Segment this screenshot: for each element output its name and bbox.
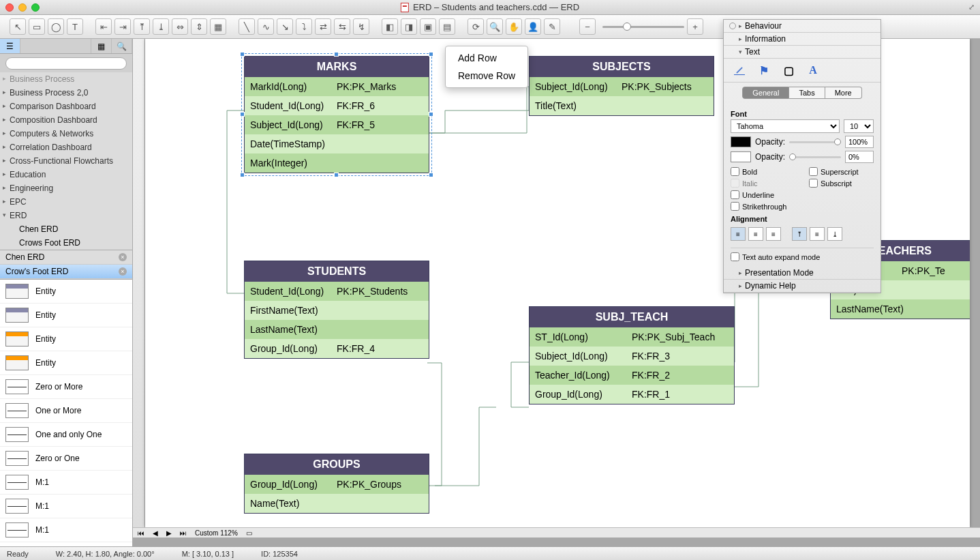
bg-color-swatch[interactable]: [731, 151, 751, 162]
fill-icon[interactable]: ▢: [780, 63, 797, 78]
inspector-section-presentation[interactable]: ▸Presentation Mode: [724, 267, 881, 280]
inspector-section-dynamic-help[interactable]: ▸Dynamic Help: [724, 280, 881, 293]
scroll-first-icon[interactable]: ⏮: [136, 529, 147, 537]
stencil-item[interactable]: Entity: [0, 327, 132, 351]
selection-handle[interactable]: [429, 112, 433, 117]
opacity-slider-line[interactable]: [789, 156, 841, 158]
connector-tool-1[interactable]: ↘: [277, 18, 293, 35]
hand-tool[interactable]: ✋: [506, 18, 522, 35]
font-select[interactable]: Tahoma: [731, 119, 840, 133]
align-tool-4[interactable]: ⤓: [153, 18, 169, 35]
zoom-in-button[interactable]: +: [687, 18, 703, 35]
table-row[interactable]: Subject_Id(Long)FK:FR_3: [530, 347, 734, 366]
table-row[interactable]: MarkId(Long)PK:PK_Marks: [245, 77, 429, 96]
zoom-slider[interactable]: [602, 26, 684, 28]
inspector-section-information[interactable]: ▸Information: [724, 33, 881, 46]
opacity-value-line[interactable]: [845, 151, 874, 163]
valign-middle-button[interactable]: ≡: [810, 227, 825, 241]
selection-handle[interactable]: [334, 173, 339, 177]
align-tool-1[interactable]: ⇤: [95, 18, 112, 35]
align-tool-3[interactable]: ⤒: [134, 18, 150, 35]
table-row[interactable]: Group_Id(Long)FK:FR_1: [530, 385, 734, 404]
table-row[interactable]: LastName(Text): [831, 299, 970, 319]
horizontal-scrollbar[interactable]: ⏮ ◀ ▶ ⏭ Custom 112% ▭: [133, 527, 980, 537]
font-size-select[interactable]: 10: [844, 119, 874, 133]
context-menu-add-row[interactable]: Add Row: [446, 49, 527, 67]
table-row[interactable]: ST_Id(Long)PK:PK_Subj_Teach: [530, 327, 734, 347]
superscript-checkbox[interactable]: [809, 167, 818, 176]
erd-table-subjects[interactable]: SUBJECTS Subject_Id(Long)PK:PK_Subjects …: [529, 56, 714, 116]
inspector-tab-general[interactable]: General: [742, 87, 789, 99]
erd-table-marks[interactable]: MARKS MarkId(Long)PK:PK_Marks Student_Id…: [244, 56, 429, 173]
ellipse-tool[interactable]: ◯: [48, 18, 64, 35]
rect-tool[interactable]: ▭: [29, 18, 45, 35]
person-tool[interactable]: 👤: [525, 18, 541, 35]
inspector-tab-tabs[interactable]: Tabs: [789, 87, 825, 99]
zoom-tool[interactable]: 🔍: [487, 18, 503, 35]
scroll-last-icon[interactable]: ⏭: [178, 529, 189, 537]
table-row[interactable]: Name(Text): [245, 494, 429, 513]
ruler-toggle-icon[interactable]: ▭: [244, 529, 254, 537]
open-doc-crowsfoot[interactable]: Crow's Foot ERD ×: [0, 265, 132, 279]
scroll-next-icon[interactable]: ▶: [164, 529, 174, 537]
layer-tool-1[interactable]: ◧: [382, 18, 398, 35]
stencil-item[interactable]: Zero or One: [0, 447, 132, 471]
table-row[interactable]: Title(Text): [530, 96, 714, 115]
connector-tool-3[interactable]: ⇄: [315, 18, 331, 35]
inspector-section-text[interactable]: ▾Text: [724, 46, 881, 59]
distribute-tool[interactable]: ▦: [210, 18, 226, 35]
underline-style-icon[interactable]: ⟋: [731, 63, 748, 78]
highlight-icon[interactable]: ⚑: [755, 63, 773, 78]
selection-handle[interactable]: [240, 52, 245, 57]
pointer-tool[interactable]: ↖: [10, 18, 26, 35]
tree-item-erd[interactable]: ERD: [0, 209, 132, 222]
curve-tool[interactable]: ∿: [258, 18, 274, 35]
align-center-button[interactable]: ≡: [748, 227, 763, 241]
layer-tool-4[interactable]: ▤: [439, 18, 455, 35]
bold-checkbox[interactable]: [731, 167, 739, 176]
fullscreen-icon[interactable]: ⤢: [968, 3, 975, 12]
valign-bottom-button[interactable]: ⤓: [827, 227, 842, 241]
connector-tool-2[interactable]: ⤵: [296, 18, 312, 35]
stencil-item[interactable]: Zero or More: [0, 375, 132, 399]
align-tool-5[interactable]: ⇔: [172, 18, 188, 35]
stencil-item[interactable]: Entity: [0, 280, 132, 304]
tree-item[interactable]: Cross-Functional Flowcharts: [0, 154, 132, 168]
eyedrop-tool[interactable]: ✎: [544, 18, 560, 35]
library-tab-tree[interactable]: ☰: [0, 39, 20, 53]
auto-expand-checkbox[interactable]: [731, 252, 739, 261]
zoom-level[interactable]: Custom 112%: [193, 529, 240, 537]
maximize-window-button[interactable]: [31, 3, 40, 12]
tree-child[interactable]: Crows Foot ERD: [0, 236, 132, 250]
stencil-item[interactable]: M:1: [0, 471, 132, 495]
selection-handle[interactable]: [429, 52, 433, 57]
erd-table-students[interactable]: STUDENTS Student_Id(Long)PK:PK_Students …: [244, 261, 429, 359]
close-icon[interactable]: ×: [119, 253, 127, 261]
selection-handle[interactable]: [334, 52, 339, 57]
minimize-window-button[interactable]: [18, 3, 27, 12]
strike-checkbox[interactable]: [731, 202, 739, 211]
selection-handle[interactable]: [240, 173, 245, 177]
erd-table-groups[interactable]: GROUPS Group_Id(Long)PK:PK_Groups Name(T…: [244, 454, 429, 514]
align-right-button[interactable]: ≡: [766, 227, 781, 241]
tree-item[interactable]: Education: [0, 168, 132, 181]
inspector-tab-more[interactable]: More: [825, 87, 862, 99]
stencil-item[interactable]: M:1: [0, 518, 132, 542]
layer-tool-3[interactable]: ▣: [420, 18, 436, 35]
inspector-section-behaviour[interactable]: ▸Behaviour: [724, 20, 881, 33]
opacity-value-fill[interactable]: [845, 136, 874, 148]
opacity-slider-fill[interactable]: [789, 141, 841, 143]
scroll-prev-icon[interactable]: ◀: [151, 529, 160, 537]
stencil-item[interactable]: One or More: [0, 399, 132, 423]
refresh-tool[interactable]: ⟳: [468, 18, 484, 35]
table-row[interactable]: Group_Id(Long)PK:PK_Groups: [245, 475, 429, 494]
table-row[interactable]: LastName(Text): [245, 320, 429, 339]
close-window-button[interactable]: [5, 3, 14, 12]
table-row[interactable]: Student_Id(Long)PK:PK_Students: [245, 282, 429, 301]
table-row[interactable]: FirstName(Text): [245, 301, 429, 320]
align-tool-6[interactable]: ⇕: [191, 18, 207, 35]
text-color-swatch[interactable]: [731, 136, 751, 147]
line-tool[interactable]: ╲: [239, 18, 255, 35]
tree-item[interactable]: Comparison Dashboard: [0, 100, 132, 113]
tree-item[interactable]: Business Process 2,0: [0, 86, 132, 100]
